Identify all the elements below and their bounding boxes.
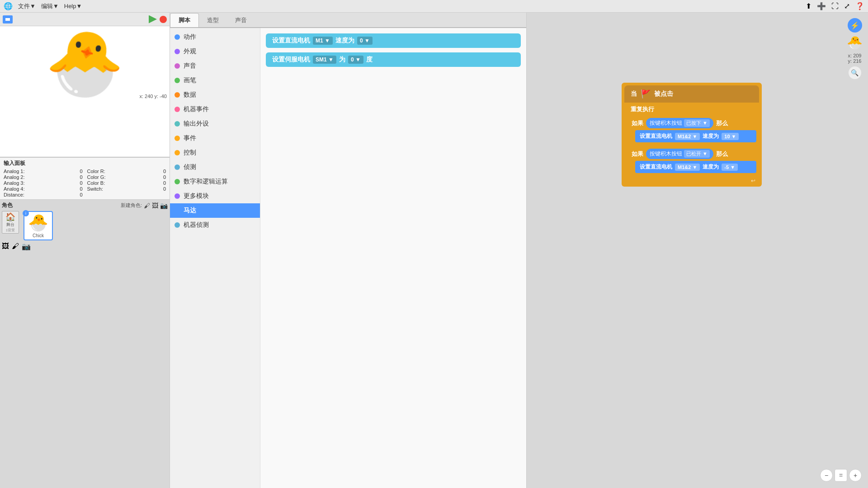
stage-bg-count: 1背景 [6,228,15,233]
input-row-colorB: Color B: 0 [87,180,166,186]
distance-label: Distance: [4,192,24,197]
canvas-zoom-icon[interactable]: 🔍 [849,66,861,79]
category-control[interactable]: 控制 [170,145,260,160]
category-data[interactable]: 数据 [170,88,260,102]
analog3-label: Analog 3: [4,180,24,186]
new-bg-paint-icon[interactable]: 🖼 [2,242,9,251]
upload-icon[interactable]: ⬆ [806,2,811,10]
dc-port1-dropdown[interactable]: M1&2 ▼ [675,133,700,140]
tab-costume[interactable]: 造型 [199,14,227,27]
btn-condition1-label: 按键积木按钮 [650,119,682,127]
sprite-item-chick[interactable]: i 🐣 Chick [24,211,53,240]
blocks-area: 设置直流电机 M1 ▼ 速度为 0 ▼ 设置伺服电机 SM1 ▼ 为 0 ▼ 度 [260,28,526,488]
category-dot-motor [175,208,180,213]
stage-coords: x: 240 y: -40 [139,94,167,99]
category-label-motion: 动作 [184,33,196,41]
speed-val2-dropdown[interactable]: -5 ▼ [722,164,738,171]
stage-content[interactable]: 🐣 x: 240 y: -40 [0,26,170,101]
canvas-controls: ⚡ 🐣 x: 209 y: 216 🔍 [847,18,863,79]
menu-file[interactable]: 文件▼ [18,2,36,10]
dc-motor-block[interactable]: 设置直流电机 M1 ▼ 速度为 0 ▼ [266,33,521,48]
if-label-2: 如果 [632,150,643,158]
sprite-panel-header: 角色 新建角色: 🖌 🖼 📷 [2,202,168,209]
category-pen[interactable]: 画笔 [170,73,260,88]
input-row-colorG: Color G: 0 [87,174,166,180]
servo-for-label: 为 [339,56,345,64]
right-panel[interactable]: ⚡ 🐣 x: 209 y: 216 🔍 当 🚩 被点击 [527,13,868,488]
servo-val-dropdown[interactable]: 0 ▼ [348,56,363,64]
if-block-2[interactable]: 如果 按键积木按钮 已松开 ▼ 那么 设置直流电机 M1&2 ▼ [624,147,759,178]
input-panel-title: 输入面板 [4,160,166,167]
category-dot-control [175,150,180,155]
category-events[interactable]: 事件 [170,131,260,145]
stage-thumbnail[interactable]: 🏠 舞台 1背景 [2,211,19,234]
speed-val1-dropdown[interactable]: 10 ▼ [722,133,739,140]
stop-button[interactable] [160,16,167,23]
category-machine-event[interactable]: 机器事件 [170,102,260,117]
btn-state1-dropdown[interactable]: 已按下 ▼ [684,119,710,127]
btn-state2-dropdown[interactable]: 已松开 ▼ [684,150,710,158]
category-more-blocks[interactable]: 更多模块 [170,189,260,203]
outer-code-block[interactable]: 当 🚩 被点击 重复执行 如果 按键积木按钮 [622,83,762,187]
category-dot-pen [175,78,180,83]
category-sensing[interactable]: 侦测 [170,160,260,174]
menu-bar: 🌐 文件▼ 编辑▼ Help▼ ⬆ ➕ ⛶ ⤢ ❓ [0,0,868,13]
zoom-in-button[interactable]: + [849,469,862,482]
category-operators[interactable]: 数字和逻辑运算 [170,174,260,189]
paint-icon[interactable]: 🖌 [144,202,150,209]
set-dc-label-2: 设置直流电机 [640,163,672,171]
colorB-value: 0 [163,180,166,186]
analog3-value: 0 [80,180,82,186]
dc-motor-m1-dropdown[interactable]: M1 ▼ [313,37,333,45]
action-block-2[interactable]: 设置直流电机 M1&2 ▼ 速度为 -5 ▼ [635,161,756,173]
analog4-value: 0 [80,186,82,192]
tab-sound[interactable]: 声音 [227,14,255,27]
repeat-block[interactable]: 重复执行 [624,103,759,116]
category-output-design[interactable]: 输出外设 [170,117,260,131]
zoom-out-button[interactable]: − [820,469,833,482]
dc-port2-dropdown[interactable]: M1&2 ▼ [675,164,700,171]
category-dot-motion [175,34,180,40]
menu-help[interactable]: Help▼ [64,3,82,9]
category-motion[interactable]: 动作 [170,30,260,44]
category-machine-sensing[interactable]: 机器侦测 [170,218,260,232]
set-dc-label-1: 设置直流电机 [640,132,672,140]
expand-icon[interactable]: ⤢ [844,2,850,10]
category-dot-machine-event [175,107,180,112]
tab-script[interactable]: 脚本 [170,13,199,27]
bluetooth-icon[interactable]: ⚡ [848,18,862,33]
menu-edit[interactable]: 编辑▼ [41,2,59,10]
category-looks[interactable]: 外观 [170,44,260,59]
condition-2[interactable]: 按键积木按钮 已松开 ▼ [646,149,713,159]
servo-block[interactable]: 设置伺服电机 SM1 ▼ 为 0 ▼ 度 [266,52,521,67]
new-bg-draw-icon[interactable]: 🖌 [12,242,19,251]
category-label-sensing: 侦测 [184,163,196,171]
servo-sm1-dropdown[interactable]: SM1 ▼ [313,56,336,64]
sprite-panel-title: 角色 [2,202,13,209]
help-icon[interactable]: ❓ [855,2,864,10]
category-motor[interactable]: 马达 [170,203,260,218]
canvas-area: ⚡ 🐣 x: 209 y: 216 🔍 当 🚩 被点击 [527,13,868,488]
colorB-label: Color B: [87,180,105,186]
colorR-label: Color R: [87,169,105,174]
globe-icon[interactable]: 🌐 [4,2,13,10]
if-block-1[interactable]: 如果 按键积木按钮 已按下 ▼ 那么 设置直流电机 M1&2 ▼ [624,116,759,147]
sprite-list: i 🐣 Chick [24,211,53,240]
new-bg-photo-icon[interactable]: 📷 [22,242,31,251]
category-label-events: 事件 [184,134,196,142]
stage-toolbar-right [149,15,167,23]
condition-1[interactable]: 按键积木按钮 已按下 ▼ [646,118,713,128]
action-block-1[interactable]: 设置直流电机 M1&2 ▼ 速度为 10 ▼ [635,130,756,142]
add-icon[interactable]: ➕ [817,2,826,10]
category-sound[interactable]: 声音 [170,59,260,73]
camera-icon[interactable]: 📷 [160,202,168,209]
zoom-reset-button[interactable]: = [835,469,847,482]
category-label-machine-event: 机器事件 [184,105,209,113]
dc-motor-speed-label: 速度为 [335,37,354,45]
distance-value: 0 [80,192,82,197]
green-flag-button[interactable] [149,15,157,23]
stamp-icon[interactable]: 🖼 [152,202,158,209]
fullscreen-icon[interactable]: ⛶ [831,2,839,10]
input-row-distance: Distance: 0 [4,192,83,197]
dc-motor-val-dropdown[interactable]: 0 ▼ [357,37,373,45]
